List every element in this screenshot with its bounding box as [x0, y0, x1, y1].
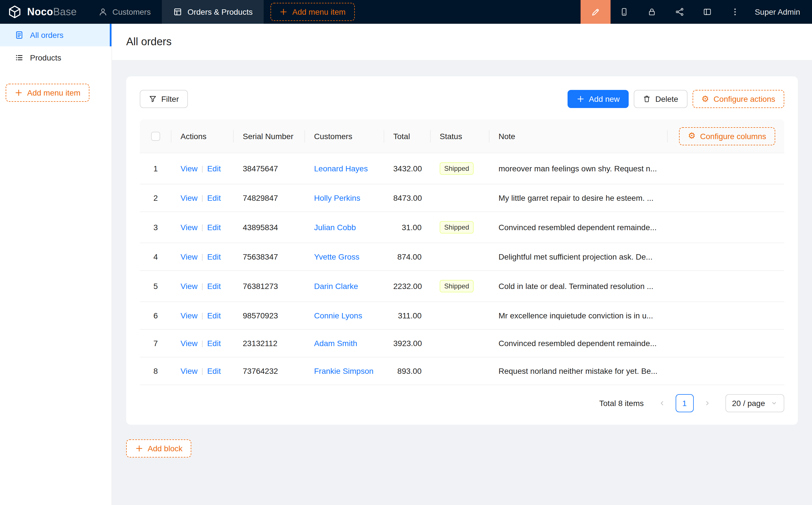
row-index: 7	[153, 339, 158, 348]
logo-text-light: Base	[53, 6, 77, 17]
customer-link[interactable]: Adam Smith	[314, 339, 357, 348]
customer-link[interactable]: Darin Clarke	[314, 282, 358, 291]
filter-icon	[149, 95, 157, 103]
note-cell: Convinced resembled dependent remainde..…	[490, 330, 668, 357]
select-all-checkbox[interactable]	[151, 132, 160, 141]
status-cell	[431, 243, 490, 271]
edit-link[interactable]: Edit	[207, 366, 221, 375]
nocobase-logo[interactable]: NocoBase	[0, 5, 87, 19]
top-menu-item-customers[interactable]: Customers	[87, 0, 162, 24]
prev-page-button[interactable]	[653, 394, 671, 412]
delete-button[interactable]: Delete	[634, 90, 687, 108]
auth-button[interactable]	[638, 0, 666, 24]
ui-editor-button[interactable]	[580, 0, 611, 24]
customer-link[interactable]: Connie Lyons	[314, 311, 362, 320]
status-cell	[431, 302, 490, 330]
empty-cell	[668, 212, 784, 243]
page-1-button[interactable]: 1	[675, 394, 693, 412]
view-link[interactable]: View	[180, 164, 197, 173]
edit-link[interactable]: Edit	[207, 164, 221, 173]
top-menu-item-orders-products[interactable]: Orders & Products	[162, 0, 264, 24]
filter-button[interactable]: Filter	[140, 90, 188, 108]
view-link[interactable]: View	[180, 223, 197, 232]
view-link[interactable]: View	[180, 311, 197, 320]
divider	[202, 195, 202, 202]
status-tag: Shipped	[440, 162, 473, 175]
plugin-manager-button[interactable]	[694, 0, 721, 24]
customer-cell: Darin Clarke	[305, 271, 384, 302]
add-new-button[interactable]: Add new	[567, 90, 629, 108]
add-menu-item-label: Add menu item	[292, 7, 346, 16]
actions-cell: ViewEdit	[171, 184, 234, 212]
api-button[interactable]	[666, 0, 694, 24]
customer-cell: Connie Lyons	[305, 302, 384, 330]
page-size-select[interactable]: 20 / page	[725, 394, 784, 412]
configure-actions-button[interactable]: ⚙ Configure actions	[692, 90, 784, 108]
more-button[interactable]	[721, 0, 749, 24]
serial-number-cell: 38475647	[234, 153, 305, 184]
sidebar: All orders Products Add menu item	[0, 24, 112, 505]
file-text-icon	[15, 30, 24, 40]
sidebar-item-all-orders[interactable]: All orders	[0, 24, 112, 46]
actions-cell: ViewEdit	[171, 330, 234, 357]
view-link[interactable]: View	[180, 252, 197, 261]
customer-link[interactable]: Yvette Gross	[314, 252, 359, 261]
share-icon	[675, 7, 684, 16]
edit-link[interactable]: Edit	[207, 193, 221, 202]
view-link[interactable]: View	[180, 193, 197, 202]
next-page-button[interactable]	[698, 394, 716, 412]
edit-link[interactable]: Edit	[207, 311, 221, 320]
customer-link[interactable]: Frankie Simpson	[314, 366, 374, 375]
divider	[202, 368, 202, 375]
configure-columns-cell: ⚙ Configure columns	[668, 119, 784, 153]
add-menu-item-button-side[interactable]: Add menu item	[6, 84, 90, 102]
user-menu[interactable]: Super Admin	[749, 7, 812, 16]
add-block-button[interactable]: Add block	[126, 440, 191, 458]
table-row: 1 ViewEdit 38475647 Leonard Hayes 3432.0…	[140, 153, 784, 184]
table-header-row: Actions Serial Number Customers Total St…	[140, 119, 784, 153]
serial-number-cell: 98570923	[234, 302, 305, 330]
table-row: 7 ViewEdit 23132112 Adam Smith 3923.00 C…	[140, 330, 784, 357]
sidebar-item-products[interactable]: Products	[0, 46, 112, 69]
chevron-left-icon	[658, 400, 665, 406]
note-cell: Convinced resembled dependent remainde..…	[490, 212, 668, 243]
navbar-right: Super Admin	[580, 0, 812, 24]
view-link[interactable]: View	[180, 282, 197, 291]
customer-link[interactable]: Leonard Hayes	[314, 164, 368, 173]
chevron-right-icon	[704, 400, 710, 406]
column-header-status: Status	[431, 119, 490, 153]
customer-cell: Holly Perkins	[305, 184, 384, 212]
edit-link[interactable]: Edit	[207, 339, 221, 348]
column-header-actions: Actions	[171, 119, 234, 153]
pagination: Total 8 items 1 20 / page	[140, 394, 784, 412]
edit-link[interactable]: Edit	[207, 252, 221, 261]
view-link[interactable]: View	[180, 366, 197, 375]
total-cell: 893.00	[384, 357, 431, 385]
actions-cell: ViewEdit	[171, 357, 234, 385]
edit-link[interactable]: Edit	[207, 223, 221, 232]
table-row: 2 ViewEdit 74829847 Holly Perkins 8473.0…	[140, 184, 784, 212]
customer-link[interactable]: Holly Perkins	[314, 193, 360, 202]
add-menu-item-label: Add menu item	[27, 88, 80, 97]
pagination-total: Total 8 items	[599, 399, 644, 408]
configure-columns-label: Configure columns	[700, 132, 766, 141]
configure-actions-label: Configure actions	[713, 95, 775, 104]
plus-icon	[576, 95, 584, 103]
customer-link[interactable]: Julian Cobb	[314, 223, 356, 232]
pen-icon	[591, 7, 600, 17]
top-menu-label: Customers	[112, 7, 150, 16]
status-cell	[431, 330, 490, 357]
add-menu-item-button-top[interactable]: Add menu item	[271, 3, 355, 21]
serial-number-cell: 23132112	[234, 330, 305, 357]
configure-columns-button[interactable]: ⚙ Configure columns	[679, 127, 775, 145]
view-link[interactable]: View	[180, 339, 197, 348]
column-header-note: Note	[490, 119, 668, 153]
edit-link[interactable]: Edit	[207, 282, 221, 291]
empty-cell	[668, 243, 784, 271]
row-index: 8	[153, 366, 158, 375]
layout-icon	[703, 7, 712, 16]
top-navbar: NocoBase Customers Orders & Products	[0, 0, 812, 24]
sidebar-item-label: All orders	[30, 30, 63, 40]
divider	[202, 166, 202, 173]
mobile-client-button[interactable]	[611, 0, 638, 24]
